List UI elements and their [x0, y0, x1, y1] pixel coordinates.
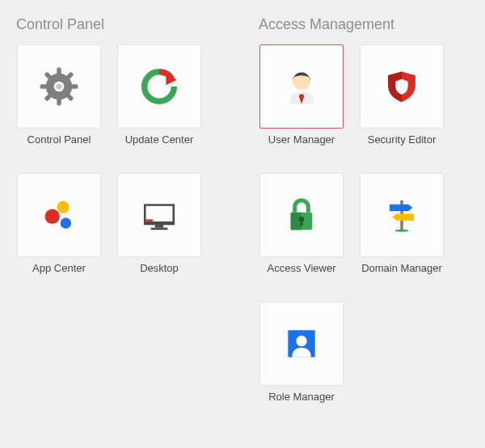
gear-icon — [35, 62, 83, 111]
refresh-icon — [135, 62, 183, 111]
role-icon — [277, 319, 326, 368]
svg-rect-19 — [151, 227, 168, 230]
tile-label: Access Viewer — [267, 262, 335, 276]
tile-label: App Center — [32, 262, 86, 276]
svg-rect-2 — [57, 98, 61, 105]
tile-label: Security Editor — [368, 133, 436, 147]
section-title: Control Panel — [16, 16, 225, 33]
tile-control-panel[interactable]: Control Panel — [15, 44, 103, 147]
tile-security-editor[interactable]: Security Editor — [357, 44, 446, 147]
tile-label: Control Panel — [27, 133, 91, 147]
tile-box — [17, 173, 101, 257]
section-control-panel: Control Panel — [15, 16, 225, 404]
tile-box — [17, 44, 101, 129]
tile-box — [259, 44, 344, 129]
tile-app-center[interactable]: App Center — [15, 173, 103, 276]
tile-box — [360, 44, 444, 129]
svg-rect-1 — [57, 68, 61, 75]
svg-marker-28 — [390, 205, 412, 211]
svg-rect-16 — [146, 206, 173, 222]
signpost-icon — [377, 191, 426, 239]
lock-icon — [277, 191, 326, 239]
svg-rect-4 — [70, 84, 78, 88]
svg-point-13 — [45, 209, 60, 223]
dots-icon — [35, 191, 83, 239]
svg-point-30 — [395, 229, 409, 231]
tile-domain-manager[interactable]: Domain Manager — [357, 173, 446, 276]
desktop-icon — [135, 191, 183, 239]
tile-box — [360, 173, 444, 257]
svg-marker-29 — [392, 213, 414, 220]
svg-rect-26 — [300, 221, 302, 226]
tile-update-center[interactable]: Update Center — [115, 44, 204, 147]
tile-label: Role Manager — [268, 391, 335, 404]
svg-point-10 — [56, 83, 61, 89]
settings-panel: Control Panel — [0, 0, 485, 421]
svg-rect-17 — [146, 219, 154, 222]
tile-box — [117, 44, 201, 129]
tile-grid: Control Panel Update Center — [15, 44, 225, 276]
tile-role-manager[interactable]: Role Manager — [257, 302, 346, 404]
section-title: Access Management — [259, 16, 467, 33]
tile-box — [259, 302, 344, 386]
tile-box — [259, 173, 344, 257]
tile-desktop[interactable]: Desktop — [115, 173, 204, 276]
tile-user-manager[interactable]: User Manager — [257, 44, 346, 147]
tile-access-viewer[interactable]: Access Viewer — [257, 173, 346, 276]
user-tie-icon — [277, 62, 326, 111]
tile-label: Domain Manager — [361, 262, 442, 276]
svg-point-14 — [61, 218, 71, 228]
tile-label: Update Center — [125, 133, 194, 147]
svg-point-32 — [296, 336, 306, 346]
tile-grid: User Manager Security Editor — [257, 44, 467, 404]
tile-label: User Manager — [268, 133, 335, 147]
svg-rect-18 — [155, 225, 163, 227]
tile-label: Desktop — [140, 262, 179, 276]
svg-rect-3 — [40, 84, 48, 88]
tile-box — [117, 173, 201, 257]
svg-point-12 — [57, 201, 70, 213]
shield-icon — [377, 62, 426, 111]
section-access-management: Access Management User Manager — [257, 16, 467, 404]
